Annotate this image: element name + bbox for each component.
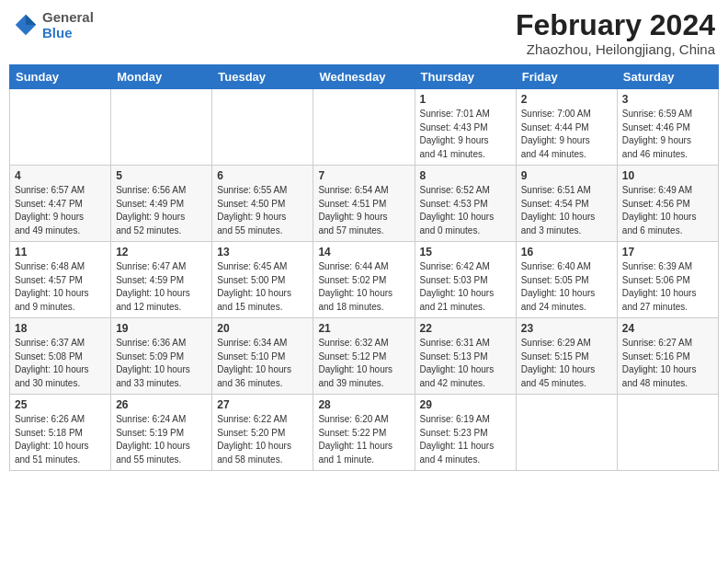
day-number: 16 <box>521 246 612 259</box>
day-info: Sunrise: 6:24 AM Sunset: 5:19 PM Dayligh… <box>116 413 207 466</box>
day-number: 21 <box>318 322 409 335</box>
calendar-cell: 13Sunrise: 6:45 AM Sunset: 5:00 PM Dayli… <box>212 242 313 318</box>
calendar-week-3: 11Sunrise: 6:48 AM Sunset: 4:57 PM Dayli… <box>10 242 719 318</box>
day-info: Sunrise: 6:40 AM Sunset: 5:05 PM Dayligh… <box>521 260 612 314</box>
calendar-cell: 8Sunrise: 6:52 AM Sunset: 4:53 PM Daylig… <box>415 166 516 242</box>
weekday-header-monday: Monday <box>111 65 212 89</box>
day-info: Sunrise: 6:36 AM Sunset: 5:09 PM Dayligh… <box>116 337 207 390</box>
weekday-header-friday: Friday <box>516 65 617 89</box>
day-number: 3 <box>622 93 713 106</box>
day-info: Sunrise: 6:32 AM Sunset: 5:12 PM Dayligh… <box>318 337 409 390</box>
calendar-cell <box>212 89 313 166</box>
day-number: 25 <box>15 398 106 411</box>
calendar-cell: 28Sunrise: 6:20 AM Sunset: 5:22 PM Dayli… <box>313 395 415 471</box>
calendar-cell: 9Sunrise: 6:51 AM Sunset: 4:54 PM Daylig… <box>516 166 617 242</box>
logo-icon <box>13 12 39 38</box>
day-info: Sunrise: 6:42 AM Sunset: 5:03 PM Dayligh… <box>420 260 511 314</box>
day-info: Sunrise: 6:22 AM Sunset: 5:20 PM Dayligh… <box>217 413 308 466</box>
calendar-cell: 1Sunrise: 7:01 AM Sunset: 4:43 PM Daylig… <box>415 89 516 166</box>
day-info: Sunrise: 6:31 AM Sunset: 5:13 PM Dayligh… <box>420 337 511 390</box>
day-number: 8 <box>420 169 511 182</box>
calendar-cell: 19Sunrise: 6:36 AM Sunset: 5:09 PM Dayli… <box>111 318 212 395</box>
day-info: Sunrise: 6:49 AM Sunset: 4:56 PM Dayligh… <box>622 184 713 237</box>
calendar-cell: 23Sunrise: 6:29 AM Sunset: 5:15 PM Dayli… <box>516 318 617 395</box>
day-info: Sunrise: 6:44 AM Sunset: 5:02 PM Dayligh… <box>318 260 409 314</box>
day-number: 9 <box>521 169 612 182</box>
calendar-cell: 11Sunrise: 6:48 AM Sunset: 4:57 PM Dayli… <box>10 242 111 318</box>
day-info: Sunrise: 7:01 AM Sunset: 4:43 PM Dayligh… <box>420 108 511 161</box>
calendar-cell: 16Sunrise: 6:40 AM Sunset: 5:05 PM Dayli… <box>516 242 617 318</box>
calendar-cell: 15Sunrise: 6:42 AM Sunset: 5:03 PM Dayli… <box>415 242 516 318</box>
calendar-cell: 26Sunrise: 6:24 AM Sunset: 5:19 PM Dayli… <box>111 395 212 471</box>
weekday-header-tuesday: Tuesday <box>212 65 313 89</box>
day-info: Sunrise: 6:56 AM Sunset: 4:49 PM Dayligh… <box>116 184 207 237</box>
day-info: Sunrise: 6:27 AM Sunset: 5:16 PM Dayligh… <box>622 337 713 390</box>
calendar-cell: 21Sunrise: 6:32 AM Sunset: 5:12 PM Dayli… <box>313 318 415 395</box>
calendar-cell <box>10 89 111 166</box>
calendar-cell: 27Sunrise: 6:22 AM Sunset: 5:20 PM Dayli… <box>212 395 313 471</box>
day-number: 1 <box>420 93 511 106</box>
day-number: 13 <box>217 246 308 259</box>
day-info: Sunrise: 6:54 AM Sunset: 4:51 PM Dayligh… <box>318 184 409 237</box>
day-info: Sunrise: 6:34 AM Sunset: 5:10 PM Dayligh… <box>217 337 308 390</box>
calendar-cell: 18Sunrise: 6:37 AM Sunset: 5:08 PM Dayli… <box>10 318 111 395</box>
day-info: Sunrise: 7:00 AM Sunset: 4:44 PM Dayligh… <box>521 108 612 161</box>
day-info: Sunrise: 6:37 AM Sunset: 5:08 PM Dayligh… <box>15 337 106 390</box>
day-number: 10 <box>622 169 713 182</box>
day-number: 5 <box>116 169 207 182</box>
title-block: February 2024 Zhaozhou, Heilongjiang, Ch… <box>516 9 715 57</box>
day-info: Sunrise: 6:29 AM Sunset: 5:15 PM Dayligh… <box>521 337 612 390</box>
day-number: 27 <box>217 398 308 411</box>
calendar-cell: 6Sunrise: 6:55 AM Sunset: 4:50 PM Daylig… <box>212 166 313 242</box>
weekday-header-saturday: Saturday <box>617 65 718 89</box>
day-info: Sunrise: 6:47 AM Sunset: 4:59 PM Dayligh… <box>116 260 207 314</box>
day-number: 17 <box>622 246 713 259</box>
calendar-cell: 10Sunrise: 6:49 AM Sunset: 4:56 PM Dayli… <box>617 166 718 242</box>
calendar-cell: 24Sunrise: 6:27 AM Sunset: 5:16 PM Dayli… <box>617 318 718 395</box>
calendar-cell: 20Sunrise: 6:34 AM Sunset: 5:10 PM Dayli… <box>212 318 313 395</box>
weekday-header-row: SundayMondayTuesdayWednesdayThursdayFrid… <box>10 65 719 89</box>
day-number: 28 <box>318 398 409 411</box>
day-info: Sunrise: 6:45 AM Sunset: 5:00 PM Dayligh… <box>217 260 308 314</box>
day-number: 6 <box>217 169 308 182</box>
day-info: Sunrise: 6:26 AM Sunset: 5:18 PM Dayligh… <box>15 413 106 466</box>
calendar-cell: 12Sunrise: 6:47 AM Sunset: 4:59 PM Dayli… <box>111 242 212 318</box>
calendar-week-5: 25Sunrise: 6:26 AM Sunset: 5:18 PM Dayli… <box>10 395 719 471</box>
day-number: 22 <box>420 322 511 335</box>
calendar-table: SundayMondayTuesdayWednesdayThursdayFrid… <box>9 64 719 471</box>
day-number: 7 <box>318 169 409 182</box>
calendar-cell: 17Sunrise: 6:39 AM Sunset: 5:06 PM Dayli… <box>617 242 718 318</box>
day-info: Sunrise: 6:57 AM Sunset: 4:47 PM Dayligh… <box>15 184 106 237</box>
day-number: 26 <box>116 398 207 411</box>
day-number: 14 <box>318 246 409 259</box>
day-number: 11 <box>15 246 106 259</box>
logo: General Blue <box>13 9 94 40</box>
calendar-cell <box>313 89 415 166</box>
calendar-cell: 14Sunrise: 6:44 AM Sunset: 5:02 PM Dayli… <box>313 242 415 318</box>
svg-marker-1 <box>26 15 36 25</box>
logo-text: General Blue <box>42 9 94 40</box>
logo-blue: Blue <box>42 25 94 40</box>
day-info: Sunrise: 6:52 AM Sunset: 4:53 PM Dayligh… <box>420 184 511 237</box>
calendar-cell: 25Sunrise: 6:26 AM Sunset: 5:18 PM Dayli… <box>10 395 111 471</box>
day-number: 4 <box>15 169 106 182</box>
calendar-cell <box>111 89 212 166</box>
day-info: Sunrise: 6:39 AM Sunset: 5:06 PM Dayligh… <box>622 260 713 314</box>
month-title: February 2024 <box>516 9 715 41</box>
calendar-cell <box>516 395 617 471</box>
calendar-cell: 22Sunrise: 6:31 AM Sunset: 5:13 PM Dayli… <box>415 318 516 395</box>
day-number: 24 <box>622 322 713 335</box>
calendar-cell: 29Sunrise: 6:19 AM Sunset: 5:23 PM Dayli… <box>415 395 516 471</box>
day-info: Sunrise: 6:59 AM Sunset: 4:46 PM Dayligh… <box>622 108 713 161</box>
weekday-header-sunday: Sunday <box>10 65 111 89</box>
calendar-cell: 2Sunrise: 7:00 AM Sunset: 4:44 PM Daylig… <box>516 89 617 166</box>
calendar-cell: 7Sunrise: 6:54 AM Sunset: 4:51 PM Daylig… <box>313 166 415 242</box>
day-info: Sunrise: 6:51 AM Sunset: 4:54 PM Dayligh… <box>521 184 612 237</box>
day-number: 23 <box>521 322 612 335</box>
calendar-week-4: 18Sunrise: 6:37 AM Sunset: 5:08 PM Dayli… <box>10 318 719 395</box>
logo-general: General <box>42 9 94 25</box>
calendar-week-2: 4Sunrise: 6:57 AM Sunset: 4:47 PM Daylig… <box>10 166 719 242</box>
page-header: General Blue February 2024 Zhaozhou, Hei… <box>9 9 719 57</box>
weekday-header-thursday: Thursday <box>415 65 516 89</box>
day-info: Sunrise: 6:48 AM Sunset: 4:57 PM Dayligh… <box>15 260 106 314</box>
